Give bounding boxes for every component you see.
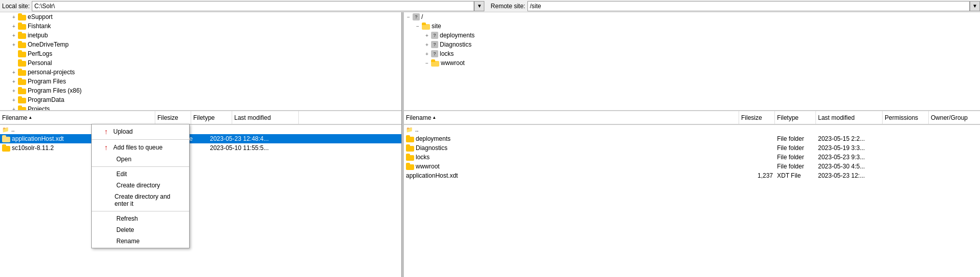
expander-Projects[interactable]: +	[10, 105, 17, 111]
expander-Program Files x86[interactable]: +	[10, 87, 17, 94]
remote-header-lastmod[interactable]: Last modified	[816, 111, 883, 124]
parent-dir-icon: 📁	[2, 126, 9, 133]
context-menu-item-delete[interactable]: Delete	[92, 224, 189, 236]
context-menu-item-addToQueue[interactable]: Add files to queue	[92, 141, 189, 154]
local-tree-area[interactable]: +eSupport+Fishtank+inetpub+OneDriveTempP…	[0, 12, 401, 111]
remote-header-filename[interactable]: Filename ▲	[404, 111, 739, 124]
context-menu-item-createDirEnter[interactable]: Create directory and enter it	[92, 191, 189, 209]
remote-file-name-deployments: deployments	[404, 135, 739, 142]
folder-icon-inetpub	[18, 32, 26, 39]
local-tree-item-ProgramData[interactable]: +ProgramData	[0, 95, 401, 104]
local-header-filename[interactable]: Filename ▲	[0, 111, 155, 124]
remote-folder-icon-site	[422, 23, 430, 30]
remote-tree-item-Diagnostics[interactable]: +?Diagnostics	[404, 40, 980, 49]
tree-item-label-OneDriveTemp: OneDriveTemp	[28, 41, 69, 48]
local-file-list-area[interactable]: 📁..applicationHost.xdt1,207XDT File2023-…	[0, 125, 401, 277]
remote-header-filetype[interactable]: Filetype	[775, 111, 816, 124]
context-menu-item-edit[interactable]: Edit	[92, 168, 189, 180]
expander-Program Files[interactable]: +	[10, 78, 17, 85]
context-menu-item-open[interactable]: Open	[92, 154, 189, 165]
remote-file-row-deployments[interactable]: deploymentsFile folder2023-05-15 2:2...	[404, 134, 980, 143]
remote-expander-deployments[interactable]: +	[423, 32, 431, 39]
expander-Fishtank[interactable]: +	[10, 23, 17, 30]
remote-tree-item-deployments[interactable]: +?deployments	[404, 31, 980, 40]
remote-tree-label-root: /	[421, 13, 423, 20]
question-icon-deployments: ?	[431, 32, 438, 39]
expander-ProgramData[interactable]: +	[10, 96, 17, 103]
local-file-row-dotdot[interactable]: 📁..	[0, 125, 401, 134]
expander-OneDriveTemp[interactable]: +	[10, 41, 17, 48]
tree-item-label-ProgramData: ProgramData	[28, 96, 64, 103]
local-tree-item-inetpub[interactable]: +inetpub	[0, 31, 401, 40]
expander-eSupport[interactable]: +	[10, 13, 17, 20]
remote-expander-site[interactable]: −	[414, 23, 421, 30]
local-tree-item-Program Files x86[interactable]: +Program Files (x86)	[0, 86, 401, 95]
context-menu-item-createDir[interactable]: Create directory	[92, 180, 189, 191]
remote-file-type-deployments: File folder	[775, 135, 816, 142]
remote-tree-item-root[interactable]: −?/	[404, 12, 980, 22]
local-tree-item-OneDriveTemp[interactable]: +OneDriveTemp	[0, 40, 401, 49]
upload-icon	[102, 127, 110, 136]
remote-file-type-wwwroot: File folder	[775, 163, 816, 170]
tree-item-label-inetpub: inetpub	[28, 32, 48, 39]
remote-header-permissions[interactable]: Permissions	[883, 111, 929, 124]
expander-inetpub[interactable]: +	[10, 32, 17, 39]
local-file-mod-sc10solr: 2023-05-10 11:55:5...	[208, 144, 275, 152]
sort-arrow-filename: ▲	[28, 115, 32, 120]
remote-file-mod-locks: 2023-05-23 9:3...	[816, 154, 883, 161]
local-header-lastmod[interactable]: Last modified	[232, 111, 299, 124]
local-tree-item-Fishtank[interactable]: +Fishtank	[0, 22, 401, 31]
remote-folder-icon-wwwroot	[431, 59, 439, 67]
question-icon-root: ?	[413, 13, 420, 20]
context-menu-item-upload[interactable]: Upload	[92, 125, 189, 138]
remote-tree-label-Diagnostics: Diagnostics	[440, 41, 472, 48]
local-tree-item-Projects[interactable]: +Projects	[0, 104, 401, 111]
remote-header-owner[interactable]: Owner/Group	[929, 111, 980, 124]
local-tree-item-Personal[interactable]: Personal	[0, 58, 401, 68]
local-header-filesize[interactable]: Filesize	[155, 111, 191, 124]
tree-item-label-Fishtank: Fishtank	[28, 23, 51, 30]
site-bar-row: Local site: ▼ Remote site: ▼	[0, 0, 980, 12]
local-file-row-applicationHost[interactable]: applicationHost.xdt1,207XDT File2023-05-…	[0, 134, 401, 143]
folder-icon-OneDriveTemp	[18, 41, 26, 48]
expander-personal-projects[interactable]: +	[10, 69, 17, 76]
context-menu-separator	[92, 139, 189, 140]
folder-icon-PerfLogs	[18, 50, 26, 57]
remote-expander-locks[interactable]: +	[423, 50, 431, 57]
local-tree-item-Program Files[interactable]: +Program Files	[0, 77, 401, 86]
local-site-input[interactable]	[32, 1, 474, 11]
context-menu-item-refresh[interactable]: Refresh	[92, 213, 189, 224]
remote-tree-item-site[interactable]: −site	[404, 22, 980, 31]
local-tree-item-personal-projects[interactable]: +personal-projects	[0, 68, 401, 77]
remote-header-filesize[interactable]: Filesize	[739, 111, 775, 124]
local-site-dropdown[interactable]: ▼	[474, 1, 484, 11]
context-menu-label-upload: Upload	[113, 128, 133, 135]
expander-PerfLogs[interactable]	[10, 50, 17, 57]
remote-file-row-dotdot[interactable]: 📁..	[404, 125, 980, 134]
remote-tree-area[interactable]: −?/−site+?deployments+?Diagnostics+?lock…	[404, 12, 980, 111]
remote-tree-item-wwwroot[interactable]: −wwwroot	[404, 58, 980, 68]
remote-file-row-wwwroot[interactable]: wwwrootFile folder2023-05-30 4:5...	[404, 162, 980, 171]
local-header-filetype[interactable]: Filetype	[191, 111, 232, 124]
remote-file-name-wwwroot: wwwroot	[404, 163, 739, 170]
tree-item-label-personal-projects: personal-projects	[28, 69, 75, 76]
remote-expander-root[interactable]: −	[405, 13, 412, 20]
remote-file-row-locks[interactable]: locksFile folder2023-05-23 9:3...	[404, 153, 980, 162]
remote-tree-item-locks[interactable]: +?locks	[404, 49, 980, 58]
local-file-row-sc10solr[interactable]: sc10solr-8.11.22023-05-10 11:55:5...	[0, 143, 401, 153]
local-tree-item-eSupport[interactable]: +eSupport	[0, 12, 401, 22]
remote-expander-wwwroot[interactable]: −	[423, 59, 431, 67]
file-folder-icon-sc10solr	[2, 144, 10, 152]
remote-file-row-Diagnostics[interactable]: DiagnosticsFile folder2023-05-19 3:3...	[404, 143, 980, 153]
remote-file-row-applicationHostRemote[interactable]: applicationHost.xdt1,237XDT File2023-05-…	[404, 171, 980, 180]
remote-file-type-locks: File folder	[775, 154, 816, 161]
context-menu-label-edit: Edit	[116, 171, 127, 178]
remote-file-list-area[interactable]: 📁..deploymentsFile folder2023-05-15 2:2.…	[404, 125, 980, 277]
remote-site-dropdown[interactable]: ▼	[970, 1, 980, 11]
context-menu-item-rename[interactable]: Rename	[92, 236, 189, 247]
local-tree-item-PerfLogs[interactable]: PerfLogs	[0, 49, 401, 58]
expander-Personal[interactable]	[10, 59, 17, 67]
remote-expander-Diagnostics[interactable]: +	[423, 41, 431, 48]
remote-site-input[interactable]	[527, 1, 970, 11]
context-menu-separator	[92, 166, 189, 167]
